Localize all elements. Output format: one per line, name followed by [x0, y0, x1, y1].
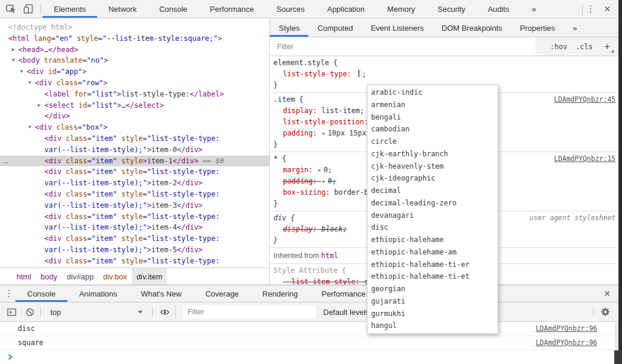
dom-node[interactable]: <!doctype html> — [0, 22, 269, 33]
dom-node[interactable]: <div class="item" style="list-style-type… — [0, 133, 269, 156]
dom-node[interactable]: ▼<div class="row"> — [0, 78, 269, 89]
dom-node[interactable]: ▼<div id="app"> — [0, 66, 269, 78]
toggle-class-button[interactable]: .cls — [575, 43, 592, 51]
autocomplete-option[interactable]: circle — [368, 136, 498, 148]
autocomplete-option[interactable]: gurmukhi — [368, 308, 498, 320]
panel-tab-network[interactable]: Network — [97, 0, 148, 18]
panel-tab-console[interactable]: Console — [148, 0, 199, 18]
collapse-arrow-icon[interactable]: ▼ — [12, 55, 15, 66]
autocomplete-option[interactable]: ethiopic-halehame — [368, 234, 498, 246]
sidebar-tab-event-listeners[interactable]: Event Listeners — [362, 19, 433, 37]
dom-node[interactable]: <div class="item" style="list-style-type… — [0, 189, 269, 211]
live-expression-eye-icon[interactable] — [159, 308, 170, 317]
toggle-hover-state-button[interactable]: :hov — [550, 43, 568, 51]
panel-tab-audits[interactable]: Audits — [476, 0, 520, 18]
drawer-tab-rendering[interactable]: Rendering — [250, 285, 310, 302]
panel-tab-security[interactable]: Security — [426, 0, 476, 18]
autocomplete-option[interactable]: disc — [368, 221, 498, 234]
dom-node[interactable]: </div> — [0, 111, 269, 122]
drawer-tab-animations[interactable]: Animations — [67, 285, 129, 302]
rule-selector[interactable]: element.style { — [273, 57, 337, 69]
dom-node[interactable]: <html lang="en" style="--list-item-style… — [0, 33, 269, 44]
sidebar-tab-styles[interactable]: Styles — [270, 19, 308, 37]
console-settings-gear-icon[interactable] — [600, 307, 611, 317]
javascript-context-select[interactable]: top — [46, 308, 147, 317]
console-prompt[interactable] — [0, 350, 618, 363]
css-property[interactable]: list-style-type: ; — [270, 69, 618, 80]
autocomplete-option[interactable]: cjk-earthly-branch — [368, 148, 498, 160]
dom-node[interactable]: …<div class="item" style>item-1</div> ==… — [0, 156, 269, 167]
rule-selector[interactable]: Style Attribute { — [273, 265, 346, 276]
dom-node[interactable]: <div class="item" style="list-style-type… — [0, 166, 269, 189]
panel-tab-elements[interactable]: Elements — [43, 0, 97, 18]
node-menu-dots-icon[interactable]: … — [4, 156, 8, 167]
dom-node[interactable]: ▶<head>…</head> — [0, 44, 269, 56]
value-edit-caret[interactable] — [358, 69, 362, 78]
rule-selector[interactable]: div { — [273, 212, 295, 224]
autocomplete-option[interactable]: georgian — [368, 283, 498, 295]
shorthand-expand-icon[interactable]: ▶ — [323, 128, 325, 139]
autocomplete-option[interactable]: decimal-leading-zero — [368, 197, 498, 210]
autocomplete-option[interactable]: ethiopic-halehame-ti-er — [368, 259, 498, 271]
collapse-arrow-icon[interactable]: ▼ — [20, 66, 23, 78]
dom-node[interactable]: ▶<select id="list">…</select> — [0, 100, 269, 111]
stylesheet-source-link[interactable]: LDAmdPYQnbzr:15 — [549, 153, 615, 165]
breadcrumb-item[interactable]: div.box — [98, 268, 131, 285]
inherited-node-link[interactable]: html — [321, 252, 339, 260]
dom-node[interactable]: ▼<body translate="no"> — [0, 55, 269, 66]
close-devtools-icon[interactable]: × — [598, 2, 616, 15]
collapse-arrow-icon[interactable]: ▼ — [28, 122, 31, 133]
sidebar-tab-properties[interactable]: Properties — [511, 19, 564, 37]
console-source-link[interactable]: LDAmdPYQnbzr:96 — [536, 324, 597, 333]
panel-tab-sources[interactable]: Sources — [265, 0, 316, 18]
drawer-tab-console[interactable]: Console — [15, 285, 67, 302]
stylesheet-source-link[interactable]: LDAmdPYQnbzr:45 — [549, 94, 615, 105]
panel-tab-application[interactable]: Application — [316, 0, 376, 18]
console-sidebar-toggle-icon[interactable] — [6, 308, 18, 317]
clear-console-icon[interactable] — [24, 308, 36, 317]
dom-node[interactable]: <div class="item" style="list-style-type… — [0, 256, 269, 268]
autocomplete-option[interactable]: hangul — [368, 320, 498, 332]
autocomplete-option[interactable]: ethiopic-halehame-am — [368, 246, 498, 259]
styles-filter-input[interactable]: Filter — [270, 37, 536, 56]
autocomplete-option[interactable]: gujarati — [368, 295, 498, 308]
autocomplete-option[interactable]: cambodian — [368, 123, 498, 136]
collapse-arrow-icon[interactable]: ▼ — [28, 78, 31, 89]
autocomplete-option[interactable]: cjk-ideographic — [368, 172, 498, 185]
sidebar-tab-dom-breakpoints[interactable]: DOM Breakpoints — [433, 19, 511, 37]
dom-node[interactable]: ▼<div class="box"> — [0, 122, 269, 133]
breadcrumb-item[interactable]: div.item — [132, 268, 167, 285]
drawer-tab-what-s-new[interactable]: What's New — [129, 285, 194, 302]
drawer-menu-icon[interactable]: ⋮ — [2, 288, 15, 299]
rule-selector[interactable]: * { — [273, 153, 286, 165]
shorthand-expand-icon[interactable]: ▶ — [323, 176, 325, 187]
new-style-rule-button[interactable]: + — [604, 41, 614, 52]
sidebar-tab-computed[interactable]: Computed — [308, 19, 362, 37]
autocomplete-option[interactable]: bengali — [368, 111, 498, 124]
close-drawer-icon[interactable]: × — [598, 287, 616, 300]
expand-arrow-icon[interactable]: ▶ — [12, 44, 15, 56]
breadcrumb-item[interactable]: div#app — [62, 268, 99, 285]
panel-tab-memory[interactable]: Memory — [376, 0, 426, 18]
console-source-link[interactable]: LDAmdPYQnbzr:96 — [536, 339, 597, 347]
inspect-element-icon[interactable] — [5, 3, 17, 15]
breadcrumb-item[interactable]: html — [12, 268, 36, 285]
autocomplete-option[interactable]: devanagari — [368, 210, 498, 222]
rule-selector[interactable]: .item { — [273, 94, 304, 105]
dom-node[interactable]: <label for="list">list-style-type:</labe… — [0, 89, 269, 100]
panel-tab-performance[interactable]: Performance — [199, 0, 265, 18]
drawer-tab-coverage[interactable]: Coverage — [194, 285, 250, 302]
autocomplete-option[interactable]: decimal — [368, 185, 498, 197]
device-toolbar-icon[interactable] — [22, 3, 34, 15]
autocomplete-option[interactable]: ethiopic-halehame-ti-et — [368, 270, 498, 283]
autocomplete-option[interactable]: cjk-heavenly-stem — [368, 160, 498, 173]
shorthand-expand-icon[interactable]: ▶ — [318, 165, 321, 176]
dom-node[interactable]: <div class="item" style="list-style-type… — [0, 233, 269, 256]
autocomplete-option[interactable]: armenian — [368, 99, 498, 111]
expand-arrow-icon[interactable]: ▶ — [38, 100, 41, 111]
sidebar-tab--[interactable]: » — [564, 19, 586, 37]
console-filter-input[interactable]: Filter — [183, 305, 316, 318]
breadcrumb-item[interactable]: body — [36, 268, 62, 285]
panel-tab--[interactable]: » — [520, 0, 547, 18]
customize-devtools-icon[interactable]: ⋮ — [583, 4, 598, 14]
